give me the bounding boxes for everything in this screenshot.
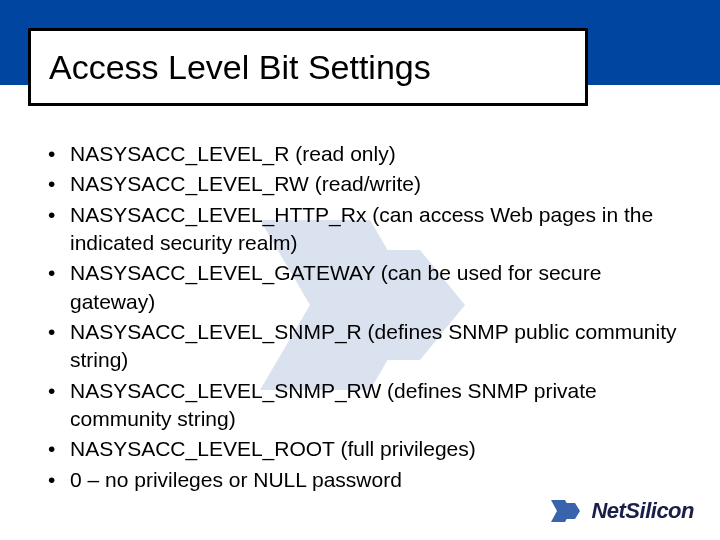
list-item: NASYSACC_LEVEL_RW (read/write) <box>40 170 680 198</box>
list-item: NASYSACC_LEVEL_GATEWAY (can be used for … <box>40 259 680 316</box>
content-area: NASYSACC_LEVEL_R (read only) NASYSACC_LE… <box>40 140 680 496</box>
list-item: 0 – no privileges or NULL password <box>40 466 680 494</box>
list-item: NASYSACC_LEVEL_SNMP_R (defines SNMP publ… <box>40 318 680 375</box>
slide-title: Access Level Bit Settings <box>49 48 431 87</box>
brand-logo-icon <box>549 496 585 526</box>
title-box: Access Level Bit Settings <box>28 28 588 106</box>
list-item: NASYSACC_LEVEL_HTTP_Rx (can access Web p… <box>40 201 680 258</box>
bullet-list: NASYSACC_LEVEL_R (read only) NASYSACC_LE… <box>40 140 680 494</box>
brand-name: NetSilicon <box>591 498 694 524</box>
list-item: NASYSACC_LEVEL_R (read only) <box>40 140 680 168</box>
list-item: NASYSACC_LEVEL_SNMP_RW (defines SNMP pri… <box>40 377 680 434</box>
list-item: NASYSACC_LEVEL_ROOT (full privileges) <box>40 435 680 463</box>
footer-logo: NetSilicon <box>549 496 694 526</box>
